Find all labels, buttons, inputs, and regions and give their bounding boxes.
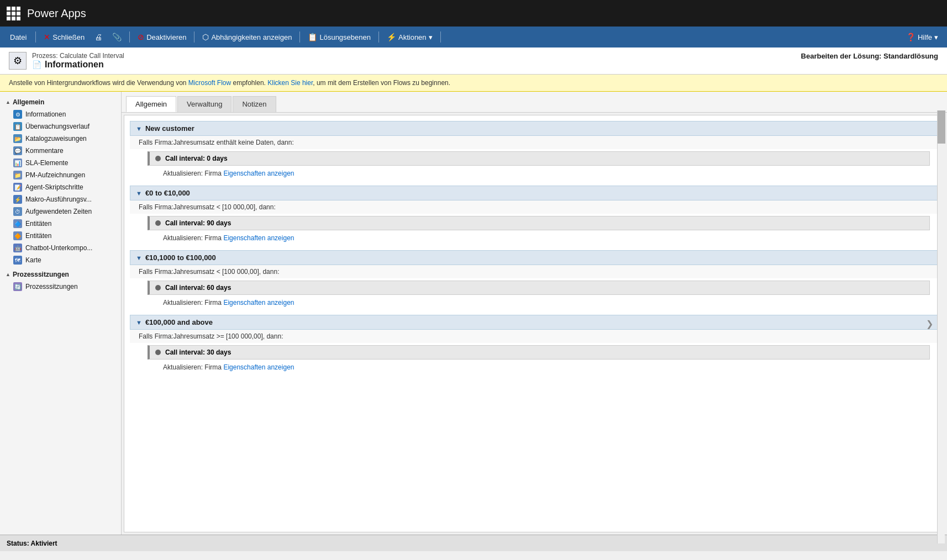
help-icon: ❓	[906, 33, 916, 41]
rule-new-customer-header: ▼ New customer	[130, 121, 939, 136]
close-icon: ✕	[44, 33, 50, 41]
tab-verwaltung[interactable]: Verwaltung	[177, 96, 232, 112]
sidebar-item-entitaeten-2[interactable]: 🔶 Entitäten	[0, 230, 121, 242]
help-button[interactable]: ❓ Hilfe ▾	[902, 30, 943, 44]
actions-button[interactable]: ⚡ Aktionen ▾	[382, 30, 437, 44]
sidebar-item-entitaeten-1[interactable]: 🔷 Entitäten	[0, 218, 121, 230]
separator-1	[35, 31, 36, 43]
entitaeten2-icon: 🔶	[13, 231, 22, 240]
prozesssitzungen-icon: 🔄	[13, 282, 22, 291]
status-bar: Status: Aktiviert	[0, 535, 947, 551]
collapse-arrow-3[interactable]: ▼	[136, 255, 142, 261]
collapse-arrow-1[interactable]: ▼	[136, 125, 142, 132]
separator-4	[299, 31, 300, 43]
dependencies-button[interactable]: ⬡ Abhängigkeiten anzeigen	[198, 30, 296, 44]
sidebar-item-prozesssitzungen[interactable]: 🔄 Prozesssitzungen	[0, 281, 121, 293]
deactivate-button[interactable]: ⊘ Deaktivieren	[133, 30, 191, 44]
info-icon: 📄	[32, 60, 41, 69]
ueberwachung-icon: 📋	[13, 122, 22, 131]
scrollbar-track[interactable]	[937, 110, 945, 535]
sidebar-item-agent-skriptschritte[interactable]: 📝 Agent-Skriptschritte	[0, 181, 121, 193]
rule-100000-above-action-text: Call interval: 30 days	[165, 348, 231, 356]
info-banner: Anstelle von Hintergrundworkflows wird d…	[0, 75, 947, 92]
page-header-left: ⚙ Prozess: Calculate Call Interval 📄 Inf…	[9, 52, 124, 70]
tab-allgemein[interactable]: Allgemein	[126, 96, 176, 112]
zeiten-icon: ⏱	[13, 207, 22, 216]
sidebar-item-sla-elemente[interactable]: 📊 SLA-Elemente	[0, 157, 121, 169]
collapse-arrow-2[interactable]: ▼	[136, 190, 142, 197]
rule-0-10000-header: ▼ €0 to €10,000	[130, 186, 939, 200]
page-header: ⚙ Prozess: Calculate Call Interval 📄 Inf…	[0, 47, 947, 75]
attach-button[interactable]: 📎	[108, 30, 126, 44]
separator-6	[440, 31, 441, 43]
rule-100000-above: ▼ €100,000 and above Falls Firma:Jahresu…	[130, 315, 939, 373]
sidebar-item-chatbot[interactable]: 🤖 Chatbot-Unterkompo...	[0, 242, 121, 254]
print-button[interactable]: 🖨	[90, 30, 107, 44]
rule-0-10000-action-text: Call interval: 90 days	[165, 219, 231, 227]
actions-icon: ⚡	[387, 33, 396, 41]
rule-100000-above-action: Call interval: 30 days	[148, 345, 930, 360]
rule-new-customer: ▼ New customer Falls Firma:Jahresumsatz …	[130, 121, 939, 179]
rule-100000-above-title: €100,000 and above	[145, 318, 213, 326]
rule-100000-above-props-link[interactable]: Eigenschaften anzeigen	[223, 363, 294, 371]
main-content: Allgemein Verwaltung Notizen ▼ New custo…	[122, 92, 947, 535]
microsoft-flow-link[interactable]: Microsoft Flow	[188, 79, 231, 87]
sidebar-section-allgemein: Allgemein	[0, 94, 121, 108]
separator-5	[378, 31, 379, 43]
rule-0-10000-props-link[interactable]: Eigenschaften anzeigen	[223, 234, 294, 242]
rule-bullet-4	[155, 350, 161, 355]
status-label: Status: Aktiviert	[7, 540, 57, 547]
breadcrumb: Prozess: Calculate Call Interval	[32, 52, 124, 60]
collapse-arrow-4[interactable]: ▼	[136, 319, 142, 326]
pm-icon: 📁	[13, 171, 22, 179]
scrollbar-thumb[interactable]	[938, 110, 945, 144]
rule-bullet-2	[155, 220, 161, 226]
dependencies-icon: ⬡	[202, 33, 209, 41]
sidebar: Allgemein ⚙ Informationen 📋 Überwachungs…	[0, 92, 122, 535]
sidebar-item-karte[interactable]: 🗺 Karte	[0, 254, 121, 266]
sidebar-item-makro[interactable]: ⚡ Makro-Ausführungsv...	[0, 193, 121, 205]
rule-new-customer-action: Call interval: 0 days	[148, 151, 930, 166]
sidebar-section-prozesssitzungen: Prozesssitzungen	[0, 266, 121, 281]
process-content: ▼ New customer Falls Firma:Jahresumsatz …	[124, 115, 945, 532]
rule-new-customer-title: New customer	[145, 124, 194, 133]
rule-10000-100000-props-link[interactable]: Eigenschaften anzeigen	[223, 299, 294, 307]
sidebar-item-pm-aufzeichnungen[interactable]: 📁 PM-Aufzeichnungen	[0, 169, 121, 181]
rule-100000-above-sub: Aktualisieren: Firma Eigenschaften anzei…	[130, 362, 939, 373]
solution-icon: 📋	[308, 33, 317, 41]
waffle-icon[interactable]	[7, 7, 20, 20]
rule-0-10000-action: Call interval: 90 days	[148, 216, 930, 230]
rule-10000-100000: ▼ €10,1000 to €100,000 Falls Firma:Jahre…	[130, 250, 939, 308]
solution-button[interactable]: 📋 Lösungsebenen	[303, 30, 375, 44]
sidebar-item-katalogzuweisungen[interactable]: 📂 Katalogzuweisungen	[0, 133, 121, 145]
sidebar-item-ueberwachungsverlauf[interactable]: 📋 Überwachungsverlauf	[0, 120, 121, 133]
page-title: Informationen	[45, 60, 104, 70]
sla-icon: 📊	[13, 159, 22, 167]
rule-0-10000: ▼ €0 to €10,000 Falls Firma:Jahresumsatz…	[130, 186, 939, 244]
sidebar-item-informationen[interactable]: ⚙ Informationen	[0, 108, 121, 120]
agent-icon: 📝	[13, 183, 22, 192]
entitaeten1-icon: 🔷	[13, 219, 22, 228]
header-info: Prozess: Calculate Call Interval 📄 Infor…	[32, 52, 124, 70]
app-title: Power Apps	[27, 7, 86, 20]
rule-100000-above-header: ▼ €100,000 and above	[130, 315, 939, 330]
rule-0-10000-title: €0 to €10,000	[145, 189, 190, 197]
rule-10000-100000-title: €10,1000 to €100,000	[145, 253, 216, 262]
kommentare-icon: 💬	[13, 146, 22, 155]
rule-new-customer-sub: Aktualisieren: Firma Eigenschaften anzei…	[130, 168, 939, 179]
karte-icon: 🗺	[13, 256, 22, 265]
tab-notizen[interactable]: Notizen	[233, 96, 276, 112]
sidebar-item-aufgewendeten-zeiten[interactable]: ⏱ Aufgewendeten Zeiten	[0, 205, 121, 218]
toolbar: Datei ✕ Schließen 🖨 📎 ⊘ Deaktivieren ⬡ A…	[0, 27, 947, 47]
rule-bullet-3	[155, 285, 161, 290]
rule-10000-100000-action-text: Call interval: 60 days	[165, 284, 231, 292]
informationen-icon: ⚙	[13, 110, 22, 119]
close-button[interactable]: ✕ Schließen	[39, 30, 89, 44]
sidebar-item-kommentare[interactable]: 💬 Kommentare	[0, 145, 121, 157]
rule-new-customer-props-link[interactable]: Eigenschaften anzeigen	[223, 170, 294, 177]
click-here-link[interactable]: Klicken Sie hier	[267, 79, 313, 87]
top-bar: Power Apps	[0, 0, 947, 27]
file-button[interactable]: Datei	[4, 27, 32, 47]
rule-10000-100000-sub: Aktualisieren: Firma Eigenschaften anzei…	[130, 297, 939, 308]
side-expand-arrow[interactable]: ❯	[926, 319, 933, 329]
